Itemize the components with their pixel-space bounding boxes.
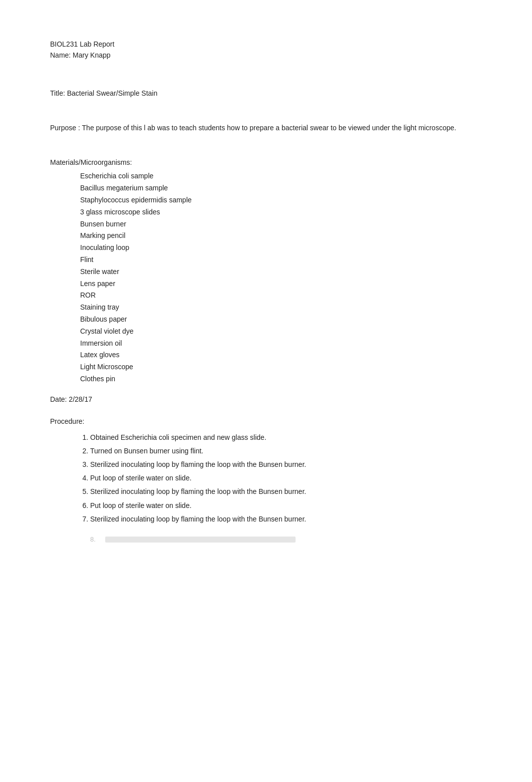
list-item: Inoculating loop <box>80 242 482 254</box>
list-item: Marking pencil <box>80 230 482 242</box>
list-item: Staining tray <box>80 302 482 314</box>
date-label: Date: 2/28/17 <box>50 395 482 403</box>
list-item: Light Microscope <box>80 361 482 373</box>
list-item: ROR <box>80 290 482 302</box>
list-item: Latex gloves <box>80 349 482 361</box>
redacted-step-number: 8. <box>90 536 100 543</box>
list-item: Escherichia coli sample <box>80 170 482 182</box>
list-item: Bibulous paper <box>80 314 482 326</box>
materials-section: Materials/Microorganisms: Escherichia co… <box>50 158 482 385</box>
list-item: Clothes pin <box>80 373 482 385</box>
title-label: Title: Bacterial Swear/Simple Stain <box>50 89 482 97</box>
list-item: Staphylococcus epidermidis sample <box>80 194 482 206</box>
list-item: Sterile water <box>80 266 482 278</box>
procedure-list: Obtained Escherichia coli specimen and n… <box>50 431 482 526</box>
report-header: BIOL231 Lab Report Name: Mary Knapp <box>50 40 482 59</box>
procedure-step: Obtained Escherichia coli specimen and n… <box>90 431 482 444</box>
list-item: Crystal violet dye <box>80 326 482 338</box>
materials-list: Escherichia coli sample Bacillus megater… <box>50 170 482 385</box>
list-item: Immersion oil <box>80 338 482 350</box>
redacted-content <box>105 537 296 543</box>
procedure-step: Sterilized inoculating loop by flaming t… <box>90 513 482 526</box>
list-item: Bunsen burner <box>80 218 482 230</box>
list-item: Lens paper <box>80 278 482 290</box>
procedure-step: Sterilized inoculating loop by flaming t… <box>90 485 482 498</box>
page-container: BIOL231 Lab Report Name: Mary Knapp Titl… <box>0 0 532 583</box>
materials-heading: Materials/Microorganisms: <box>50 158 482 166</box>
procedure-heading: Procedure: <box>50 417 482 425</box>
course-label: BIOL231 Lab Report <box>50 40 482 48</box>
procedure-section: Procedure: Obtained Escherichia coli spe… <box>50 417 482 543</box>
procedure-step: Put loop of sterile water on slide. <box>90 472 482 484</box>
procedure-step: Sterilized inoculating loop by flaming t… <box>90 458 482 471</box>
list-item: 3 glass microscope slides <box>80 206 482 218</box>
purpose-text: Purpose : The purpose of this l ab was t… <box>50 122 482 133</box>
list-item: Flint <box>80 254 482 266</box>
redacted-step: 8. <box>50 536 482 543</box>
name-label: Name: Mary Knapp <box>50 51 482 59</box>
procedure-step: Put loop of sterile water on slide. <box>90 499 482 512</box>
procedure-step: Turned on Bunsen burner using flint. <box>90 445 482 457</box>
list-item: Bacillus megaterium sample <box>80 182 482 194</box>
